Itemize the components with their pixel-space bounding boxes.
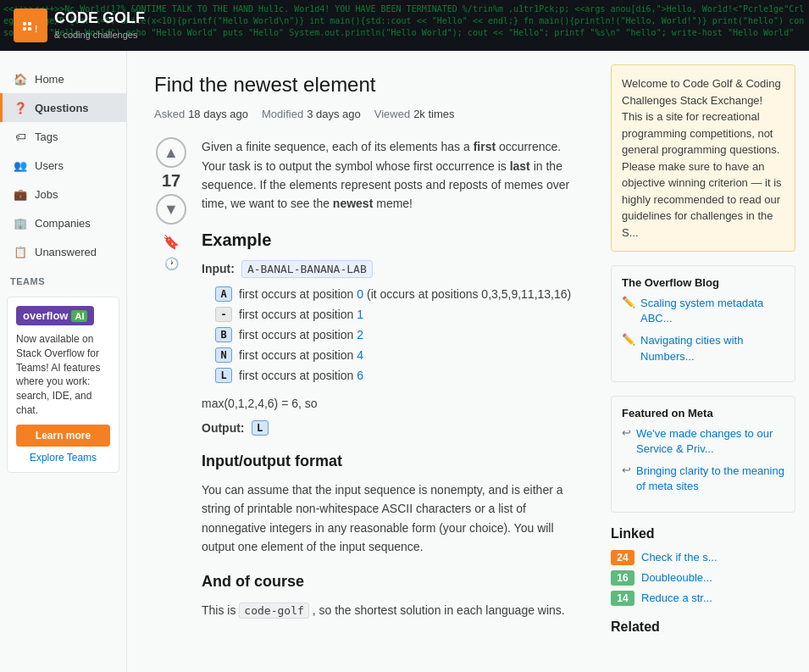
linked-link-2[interactable]: Doubleouble... [641,570,712,586]
q-text-4: meme! [373,197,413,210]
list-item: B first occurs at position 2 [215,327,577,342]
questions-icon: ❓ [13,100,28,115]
occurrence-list: A first occurs at position 0 (it occurs … [202,286,577,383]
char-L: L [215,368,232,383]
tags-icon: 🏷 [13,129,28,144]
content-area: Given a finite sequence, each of its ele… [202,137,577,634]
meta-link-1[interactable]: We've made changes to our Service & Priv… [636,426,784,457]
blog-link-1[interactable]: Scaling system metadata ABC... [640,296,784,326]
header: <<++>><<++>>Nc.World(1?% &ONTIME TALK TO… [0,0,809,51]
viewed-value: 2k times [413,108,454,120]
overflow-ai-description: Now available on Stack Overflow for Team… [16,332,110,418]
linked-item-3: 14 Reduce a str... [611,591,795,606]
item-text-2: first occurs at position 1 [239,308,363,321]
teams-section-header: TEAMS [0,266,126,290]
ai-badge: AI [71,310,87,322]
question-meta: Asked 18 days ago Modified 3 days ago Vi… [154,108,577,120]
sidebar-item-users[interactable]: 👥 Users [0,151,126,180]
sidebar-item-jobs[interactable]: 💼 Jobs [0,180,126,208]
sidebar-item-home[interactable]: 🏠 Home [0,64,126,93]
meta-item-1: ↩ We've made changes to our Service & Pr… [622,426,784,457]
modified-value: 3 days ago [307,108,361,120]
linked-section: Linked 24 Check if the s... 16 Doubleoub… [611,526,795,607]
pos-link-4[interactable]: 4 [357,348,363,362]
meta-icon-2: ↩ [622,464,631,494]
bookmark-button[interactable]: 🔖 [163,231,180,252]
item-text-1: first occurs at position 0 (it occurs at… [239,287,571,301]
sidebar-item-companies[interactable]: 🏢 Companies [0,208,126,237]
aoc-code: code-golf [239,603,308,619]
io-format-text: You can assume that the input sequence i… [202,480,577,557]
meta-asked: Asked 18 days ago [154,108,248,120]
pos-link-5[interactable]: 6 [357,369,363,382]
svg-text:!: ! [35,25,37,34]
pencil-icon-2: ✏️ [622,333,635,364]
pencil-icon-1: ✏️ [622,296,635,326]
sidebar-item-tags[interactable]: 🏷 Tags [0,122,126,151]
jobs-icon: 💼 [13,186,28,202]
meta-item-2: ↩ Bringing clarity to the meaning of met… [622,464,784,494]
q-text-1: Given a finite sequence, each of its ele… [202,140,474,153]
history-button[interactable]: 🕐 [163,255,180,272]
question-body: ▲ 17 ▼ 🔖 🕐 Given a finite sequence, each… [154,137,577,634]
q-bold-1: first [474,140,496,153]
logo-icon: ! [14,8,47,42]
upvote-button[interactable]: ▲ [156,137,186,168]
input-label-text: Input: [202,262,235,275]
list-item: N first occurs at position 4 [215,347,577,363]
linked-link-3[interactable]: Reduce a str... [641,591,712,606]
q-bold-2: last [510,159,530,173]
formula: max(0,1,2,4,6) = 6, so [202,397,577,410]
main-layout: 🏠 Home ❓ Questions 🏷 Tags 👥 Users 💼 Jobs… [0,51,809,672]
logo[interactable]: ! CODE GOLF & coding challenges [14,8,145,42]
input-label-row: Input: A-BANAL-BANANA-LAB [202,260,577,278]
output-label: Output: [202,421,245,435]
related-section: Related [611,619,795,635]
sidebar-item-unanswered[interactable]: 📋 Unanswered [0,237,126,266]
viewed-label: Viewed [374,108,410,120]
asked-label: Asked [154,108,185,120]
logo-subtitle: & coding challenges [54,30,137,40]
list-item: L first occurs at position 6 [215,368,577,383]
aoc-text-after: , so the shortest solution in each langu… [309,603,565,617]
list-item: A first occurs at position 0 (it occurs … [215,286,577,302]
explore-teams-link[interactable]: Explore Teams [16,452,110,464]
sidebar-item-home-label: Home [35,73,64,86]
aoc-text-before: This is [202,603,239,617]
logo-name: CODE GOLF [54,10,145,27]
unanswered-icon: 📋 [13,244,28,259]
meta-icon-1: ↩ [622,426,631,457]
svg-rect-1 [28,22,31,25]
linked-item-1: 24 Check if the s... [611,550,795,565]
right-sidebar: Welcome to Code Golf & Coding Challenges… [597,51,809,672]
home-icon: 🏠 [13,71,28,86]
item-text-4: first occurs at position 4 [239,348,363,362]
main-content: Find the newest element Asked 18 days ag… [127,51,597,672]
related-title: Related [611,619,795,635]
and-of-course-heading: And of course [202,573,577,591]
linked-link-1[interactable]: Check if the s... [641,550,718,565]
char-N: N [215,347,232,363]
sidebar-item-tags-label: Tags [35,131,58,143]
sidebar-item-questions[interactable]: ❓ Questions [0,93,126,122]
sidebar-item-companies-label: Companies [35,217,91,230]
question-text: Given a finite sequence, each of its ele… [202,137,577,214]
char-dash: - [215,307,232,322]
pos-link-2[interactable]: 1 [357,308,363,321]
welcome-text: Welcome to Code Golf & Coding Challenges… [622,77,782,239]
overflow-blog-box: The Overflow Blog ✏️ Scaling system meta… [611,265,795,382]
meta-link-2[interactable]: Bringing clarity to the meaning of meta … [636,464,784,494]
blog-item-1: ✏️ Scaling system metadata ABC... [622,296,784,326]
pos-link-1[interactable]: 0 [357,287,363,301]
pos-link-3[interactable]: 2 [357,328,363,342]
sidebar-item-users-label: Users [35,159,64,172]
blog-link-2[interactable]: Navigating cities with Numbers... [640,333,784,364]
asked-value: 18 days ago [188,108,248,120]
downvote-button[interactable]: ▼ [156,194,186,225]
svg-rect-0 [23,22,26,25]
meta-viewed: Viewed 2k times [374,108,455,120]
char-A: A [215,286,232,302]
linked-badge-3: 14 [611,591,634,606]
learn-more-button[interactable]: Learn more [16,425,110,447]
q-bold-3: newest [333,197,373,210]
